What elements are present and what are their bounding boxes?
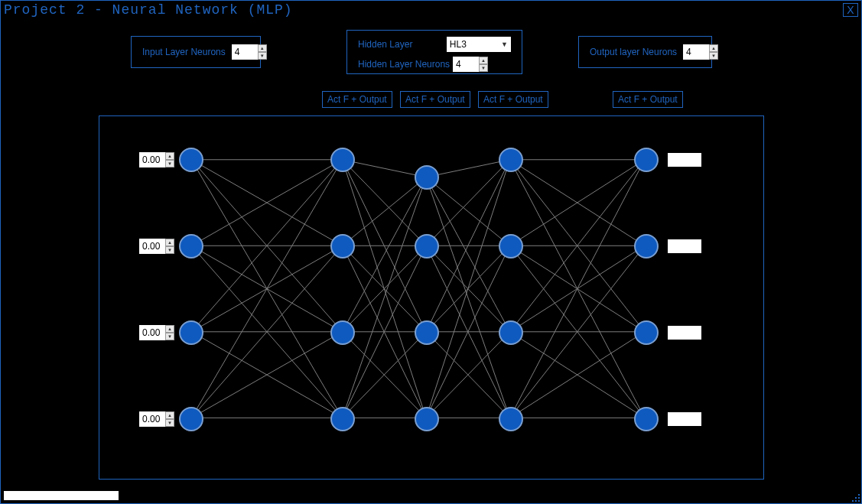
input-3-spinbox[interactable]: 0.00▲▼	[139, 411, 174, 427]
input-neurons-spinbox[interactable]: 4 ▲▼	[232, 44, 267, 60]
spin-up-icon[interactable]: ▲	[165, 239, 174, 246]
neuron-hidden3-2	[499, 320, 523, 345]
hidden-layer-config: Hidden Layer HL3 ▼ Hidden Layer Neurons …	[346, 30, 522, 74]
hidden-layer-label: Hidden Layer	[358, 39, 441, 50]
neuron-hidden2-2	[415, 320, 439, 345]
svg-line-17	[342, 160, 426, 246]
input-2-spinbox[interactable]: 0.00▲▼	[139, 325, 174, 340]
spin-up-icon[interactable]: ▲	[479, 57, 488, 64]
network-canvas: 0.00▲▼0.00▲▼0.00▲▼0.00▲▼	[99, 115, 764, 480]
neuron-hidden3-3	[499, 407, 523, 431]
input-3-value[interactable]: 0.00	[139, 411, 165, 427]
neuron-input-3	[179, 407, 203, 431]
neuron-input-0	[179, 148, 203, 172]
neuron-hidden1-1	[330, 234, 355, 259]
spin-down-icon[interactable]: ▼	[165, 333, 174, 340]
neuron-hidden1-3	[330, 407, 355, 431]
hidden-layer-selected: HL3	[450, 39, 467, 50]
config-row: Input Layer Neurons 4 ▲▼ Hidden Layer HL…	[1, 30, 861, 80]
neuron-output-3	[634, 407, 659, 431]
neuron-hidden2-1	[415, 234, 439, 259]
output-0-value	[668, 153, 701, 167]
neuron-hidden3-0	[499, 148, 523, 172]
spin-down-icon[interactable]: ▼	[165, 246, 174, 254]
input-neurons-label: Input Layer Neurons	[142, 47, 226, 57]
svg-line-44	[426, 160, 510, 418]
svg-line-33	[426, 177, 510, 246]
input-neurons-value[interactable]: 4	[232, 44, 258, 60]
svg-line-20	[342, 177, 426, 246]
neuron-hidden3-1	[499, 234, 523, 259]
input-0-value[interactable]: 0.00	[139, 152, 165, 167]
spin-down-icon[interactable]: ▼	[479, 64, 488, 72]
hidden-neurons-spinbox[interactable]: 4 ▲▼	[453, 57, 488, 72]
neuron-hidden2-3	[415, 407, 439, 431]
spin-up-icon[interactable]: ▲	[165, 325, 174, 333]
neuron-output-0	[634, 148, 659, 172]
output-2-value	[668, 326, 701, 340]
window-title: Project 2 - Neural Network (MLP)	[4, 2, 293, 18]
spin-up-icon[interactable]: ▲	[709, 44, 718, 52]
close-button[interactable]: X	[843, 3, 858, 17]
input-1-value[interactable]: 0.00	[139, 239, 165, 254]
titlebar: Project 2 - Neural Network (MLP) X	[1, 1, 861, 19]
svg-line-34	[426, 177, 510, 332]
svg-line-28	[342, 177, 426, 418]
hidden-layer-dropdown[interactable]: HL3 ▼	[447, 37, 511, 52]
spin-up-icon[interactable]: ▲	[258, 44, 267, 52]
resize-grip-icon[interactable]	[849, 491, 860, 502]
output-layer-config: Output layer Neurons 4 ▲▼	[578, 36, 712, 68]
hidden-neurons-value[interactable]: 4	[453, 57, 479, 72]
spin-down-icon[interactable]: ▼	[165, 160, 174, 167]
window: Project 2 - Neural Network (MLP) X Input…	[0, 0, 862, 504]
output-1-value	[668, 239, 701, 253]
neuron-input-2	[179, 320, 203, 345]
input-layer-config: Input Layer Neurons 4 ▲▼	[131, 36, 261, 68]
neuron-hidden1-0	[330, 148, 355, 172]
spin-down-icon[interactable]: ▼	[165, 419, 174, 427]
neuron-hidden1-2	[330, 320, 355, 345]
output-3-value	[668, 412, 701, 426]
input-0-spinbox[interactable]: 0.00▲▼	[139, 152, 174, 167]
chevron-down-icon: ▼	[501, 41, 508, 48]
spin-down-icon[interactable]: ▼	[258, 52, 267, 60]
svg-line-36	[426, 160, 510, 246]
input-2-value[interactable]: 0.00	[139, 325, 165, 340]
output-neurons-spinbox[interactable]: 4 ▲▼	[683, 44, 718, 60]
spin-up-icon[interactable]: ▲	[165, 411, 174, 419]
actf-button-hidden1[interactable]: Act F + Output	[322, 91, 392, 108]
activation-row: Act F + Output Act F + Output Act F + Ou…	[1, 91, 861, 109]
input-1-spinbox[interactable]: 0.00▲▼	[139, 239, 174, 254]
spin-down-icon[interactable]: ▼	[709, 52, 718, 60]
output-neurons-label: Output layer Neurons	[590, 47, 677, 57]
hidden-neurons-label: Hidden Layer Neurons	[358, 59, 447, 70]
progress-bar	[4, 491, 119, 500]
svg-line-16	[342, 160, 426, 177]
neuron-output-2	[634, 320, 659, 345]
neuron-output-1	[634, 234, 659, 259]
svg-line-35	[426, 177, 510, 418]
actf-button-output[interactable]: Act F + Output	[613, 91, 683, 108]
spin-up-icon[interactable]: ▲	[165, 152, 174, 160]
output-neurons-value[interactable]: 4	[683, 44, 709, 60]
neuron-hidden2-0	[415, 165, 439, 190]
svg-line-24	[342, 177, 426, 332]
actf-button-hidden2[interactable]: Act F + Output	[400, 91, 470, 108]
actf-button-hidden3[interactable]: Act F + Output	[478, 91, 548, 108]
neuron-input-1	[179, 234, 203, 259]
